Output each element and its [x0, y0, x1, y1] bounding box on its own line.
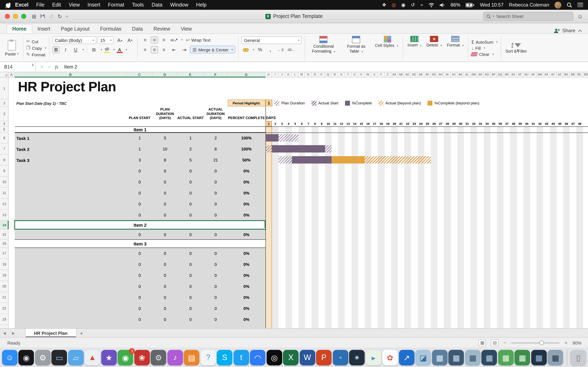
number-format-select[interactable]: General▾	[242, 36, 302, 44]
search-sheet-box[interactable]: ▾ Search Sheet	[483, 12, 573, 21]
cell-value[interactable]: 2	[177, 143, 204, 155]
column-header-AH[interactable]: AH	[437, 72, 444, 77]
column-header-AL[interactable]: AL	[464, 72, 470, 77]
decrease-font-size-button[interactable]: A▾	[126, 36, 135, 44]
row-header-17[interactable]: 17	[0, 248, 9, 259]
dock-airport-utility[interactable]: ◠	[250, 350, 266, 365]
zoom-slider-thumb[interactable]	[539, 340, 544, 345]
borders-button[interactable]: ⊞	[89, 46, 98, 53]
column-header-AR[interactable]: AR	[503, 72, 510, 77]
decrease-indent-button[interactable]: ⇤	[170, 46, 179, 53]
cell-value[interactable]: 5	[177, 155, 204, 166]
cell-value[interactable]: 0	[177, 199, 204, 210]
cell-value[interactable]: 0	[177, 270, 204, 281]
column-header-AB[interactable]: AB	[398, 72, 404, 77]
cell-value[interactable]: 0	[153, 230, 177, 239]
time-machine-icon[interactable]: ↺	[411, 2, 415, 8]
dock-utility-6[interactable]: ▦	[515, 350, 530, 365]
menu-edit[interactable]: Edit	[52, 2, 61, 8]
spotlight-search-icon[interactable]	[567, 2, 572, 8]
toolbar-options-caret[interactable]: ▾	[66, 15, 68, 18]
cell-value[interactable]: 0%	[227, 303, 265, 314]
cell-value[interactable]: 0	[177, 166, 204, 176]
fill-button[interactable]: ↓Fill▾	[471, 45, 498, 50]
column-header-Q[interactable]: Q	[325, 72, 332, 77]
dock-satellite-app[interactable]: ✴	[349, 350, 365, 365]
accounting-format-button[interactable]	[242, 46, 251, 53]
column-header-AF[interactable]: AF	[424, 72, 431, 77]
airplay-icon[interactable]: ⌁	[420, 2, 423, 8]
cell-value[interactable]: 2	[204, 133, 227, 143]
row-header-20[interactable]: 20	[0, 281, 9, 292]
next-sheet-button[interactable]: ▶	[9, 329, 18, 338]
column-header-BA[interactable]: BA	[563, 72, 570, 77]
volume-icon[interactable]	[440, 3, 445, 7]
cell-value[interactable]: 0	[153, 248, 177, 259]
column-header-Z[interactable]: Z	[384, 72, 391, 77]
cell-value[interactable]: 0	[204, 314, 227, 325]
cell-value[interactable]: 0	[177, 210, 204, 221]
cell-value[interactable]: 100%	[227, 143, 265, 155]
fast-user-switching-name[interactable]: Rebecca Coleman	[509, 2, 549, 8]
format-cells-button[interactable]: Format ▾	[445, 35, 465, 48]
cell-value[interactable]: 0	[177, 314, 204, 325]
column-header-I[interactable]: I	[272, 72, 278, 77]
column-header-R[interactable]: R	[332, 72, 338, 77]
tab-review[interactable]: Review	[148, 25, 175, 33]
wrap-text-button[interactable]: ↩Wrap Text	[184, 36, 213, 43]
sheet-canvas[interactable]: HR Project Plan Plan Start Date (Day 1) …	[0, 72, 588, 328]
zoom-percentage[interactable]: 90%	[572, 340, 581, 345]
cell-value[interactable]: 3	[127, 155, 153, 166]
clear-button[interactable]: Clear▾	[471, 52, 498, 57]
row-header-7[interactable]: 7	[0, 143, 9, 155]
dock-utility-1[interactable]: ▦	[432, 350, 448, 365]
column-header-O[interactable]: O	[312, 72, 318, 77]
column-header-AT[interactable]: AT	[517, 72, 523, 77]
row-header-23[interactable]: 23	[0, 314, 9, 325]
column-header-AM[interactable]: AM	[470, 72, 477, 77]
dock-maps[interactable]: ▸	[366, 350, 381, 365]
dock-utility-7[interactable]: ▦	[531, 350, 547, 365]
cell-value[interactable]: 50%	[227, 155, 265, 166]
cell-value[interactable]: 0	[204, 188, 227, 199]
cell-value[interactable]: 0%	[227, 230, 265, 239]
cell-value[interactable]: 0	[177, 281, 204, 292]
menu-tools[interactable]: Tools	[132, 2, 144, 8]
confirm-entry-icon[interactable]: ✓	[47, 64, 51, 69]
sheet-tab-hr-project-plan[interactable]: HR Project Plan	[25, 329, 76, 338]
cell-value[interactable]: 0%	[227, 270, 265, 281]
column-header-AK[interactable]: AK	[457, 72, 464, 77]
cell-value[interactable]: 0	[127, 199, 153, 210]
cell-value[interactable]: 0	[204, 270, 227, 281]
save-icon[interactable]	[40, 13, 45, 19]
row-header-2[interactable]: 2	[0, 100, 9, 107]
menu-insert[interactable]: Insert	[87, 2, 100, 8]
column-header-BD[interactable]: BD	[583, 72, 588, 77]
column-header-BC[interactable]: BC	[576, 72, 583, 77]
align-middle-button[interactable]: ≡	[151, 36, 158, 44]
redo-icon[interactable]: ↻	[58, 13, 62, 19]
formula-bar-value[interactable]: Item 2	[64, 64, 77, 69]
cell-value[interactable]: 0%	[227, 176, 265, 188]
section-row-item-1[interactable]: Item 1	[15, 126, 265, 133]
dock-utility-4[interactable]: ▦	[482, 350, 497, 365]
row-header-15[interactable]: 15	[0, 230, 9, 239]
column-header-N[interactable]: N	[305, 72, 311, 77]
column-header-AQ[interactable]: AQ	[497, 72, 503, 77]
column-header-AU[interactable]: AU	[523, 72, 530, 77]
search-scope-caret[interactable]: ▾	[493, 15, 494, 18]
page-layout-view-icon[interactable]: ▤	[491, 339, 499, 346]
column-header-P[interactable]: P	[318, 72, 325, 77]
dock-bose[interactable]: ◎	[267, 350, 282, 365]
cell-value[interactable]: 0	[127, 176, 153, 188]
cell-value[interactable]: 1	[127, 133, 153, 143]
cell-value[interactable]: 0	[204, 176, 227, 188]
paste-button[interactable]: Paste▾	[3, 39, 20, 57]
column-header-H[interactable]: H	[265, 72, 272, 77]
cell-value[interactable]: 0	[153, 292, 177, 303]
column-header-V[interactable]: V	[358, 72, 365, 77]
dropbox-icon[interactable]: ❖	[382, 2, 387, 8]
column-header-AS[interactable]: AS	[510, 72, 517, 77]
conditional-formatting-button[interactable]: Conditional Formatting ▾	[308, 35, 339, 54]
dock-launchpad-rocket[interactable]: ▲	[85, 350, 100, 365]
